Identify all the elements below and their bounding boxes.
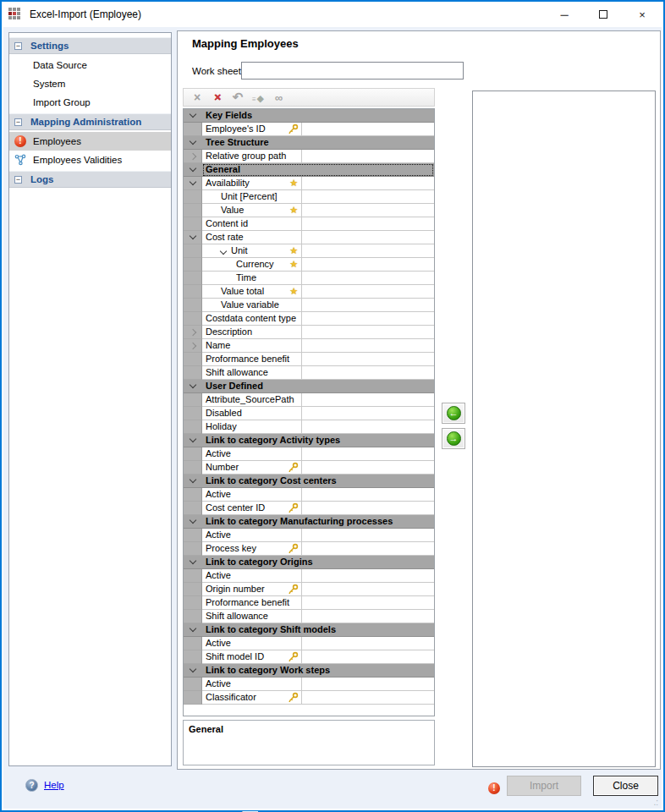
grid-section-header[interactable]: Link to category Shift models (184, 623, 434, 637)
field-value-cell[interactable] (302, 231, 434, 244)
row-expander[interactable] (184, 231, 202, 244)
collapse-icon[interactable]: − (14, 42, 22, 50)
row-expander[interactable] (184, 380, 202, 393)
sidebar-section-settings[interactable]: −Settings (9, 37, 171, 54)
sidebar-item-import-group[interactable]: Import Group (9, 93, 171, 112)
grid-section-header[interactable]: Link to category Origins (184, 556, 434, 569)
grid-row[interactable]: Value★ (184, 204, 434, 217)
row-expander[interactable] (184, 136, 202, 150)
grid-row[interactable]: Currency★ (184, 258, 434, 272)
field-value-cell[interactable] (302, 353, 434, 366)
row-expander[interactable] (184, 556, 202, 569)
grid-row[interactable]: Employee's ID (184, 123, 434, 136)
field-value-cell[interactable] (302, 393, 434, 407)
grid-row[interactable]: Unit [Percent] (184, 190, 434, 204)
grid-row[interactable]: Proformance benefit (184, 353, 434, 366)
sidebar-item-system[interactable]: System (9, 74, 171, 93)
field-value-cell[interactable] (302, 461, 434, 475)
field-value-cell[interactable] (302, 502, 434, 515)
field-value-cell[interactable] (302, 366, 434, 380)
field-value-cell[interactable] (302, 529, 434, 542)
row-expander[interactable] (184, 664, 202, 678)
grid-row[interactable]: Active (184, 569, 434, 583)
undo-icon[interactable]: ↶ (228, 90, 248, 105)
minimize-button[interactable]: ─ (545, 2, 584, 27)
grid-row[interactable]: Relative group path (184, 150, 434, 163)
chevron-right-icon[interactable] (189, 342, 195, 348)
row-expander[interactable] (184, 163, 202, 177)
chevron-down-icon[interactable] (190, 666, 196, 672)
grid-row[interactable]: Origin number (184, 583, 434, 596)
grid-section-header[interactable]: General (184, 163, 434, 177)
field-value-cell[interactable] (302, 204, 434, 217)
grid-row[interactable]: Active (184, 678, 434, 691)
grid-row[interactable]: Proformance benefit (184, 596, 434, 610)
grid-row[interactable]: Disabled (184, 407, 434, 420)
sidebar-item-employees[interactable]: !Employees (9, 132, 171, 151)
field-value-cell[interactable] (302, 407, 434, 420)
chevron-right-icon[interactable] (189, 328, 195, 335)
chevron-down-icon[interactable] (190, 111, 196, 118)
transfer-right-button[interactable]: → (442, 428, 465, 449)
chevron-down-icon[interactable] (190, 476, 196, 483)
grid-row[interactable]: Active (184, 637, 434, 650)
field-value-cell[interactable] (302, 150, 434, 163)
chevron-down-icon[interactable] (190, 138, 196, 145)
row-expander[interactable] (184, 150, 202, 163)
chevron-down-icon[interactable] (190, 165, 196, 172)
field-value-cell[interactable] (302, 610, 434, 623)
delete-all-icon[interactable]: ×× (207, 90, 228, 105)
maximize-button[interactable] (584, 2, 623, 27)
field-value-cell[interactable] (302, 190, 434, 204)
grid-section-header[interactable]: Key Fields (184, 109, 434, 123)
field-value-cell[interactable] (302, 569, 434, 583)
row-expander[interactable] (184, 177, 202, 190)
grid-section-header[interactable]: Link to category Cost centers (184, 475, 434, 488)
field-value-cell[interactable] (302, 258, 434, 272)
field-value-cell[interactable] (302, 123, 434, 136)
grid-row[interactable]: Process key (184, 542, 434, 556)
link-icon[interactable]: ∞ (268, 90, 289, 105)
sidebar-section-logs[interactable]: −Logs (9, 171, 171, 188)
grid-section-header[interactable]: User Defined (184, 380, 434, 393)
field-value-cell[interactable] (302, 596, 434, 610)
grid-section-header[interactable]: Link to category Work steps (184, 664, 434, 678)
field-value-cell[interactable] (302, 177, 434, 190)
sidebar-item-employees-validities[interactable]: Employees Validities (9, 151, 171, 169)
grid-row[interactable]: Value total★ (184, 285, 434, 299)
grid-row[interactable]: Unit★ (184, 244, 434, 258)
grid-row[interactable]: Value variable (184, 299, 434, 312)
field-value-cell[interactable] (302, 312, 434, 326)
grid-row[interactable]: Cost rate (184, 231, 434, 244)
close-button[interactable]: Close (593, 776, 658, 796)
field-value-cell[interactable] (302, 678, 434, 691)
grid-row[interactable]: Classificator (184, 691, 434, 705)
grid-row[interactable]: Time (184, 272, 434, 285)
row-expander[interactable] (184, 515, 202, 529)
field-value-cell[interactable] (302, 326, 434, 339)
row-expander[interactable] (184, 475, 202, 488)
field-value-cell[interactable] (302, 488, 434, 502)
row-expander[interactable] (184, 434, 202, 447)
grid-row[interactable]: Cost center ID (184, 502, 434, 515)
grid-section-header[interactable]: Link to category Manufacturing processes (184, 515, 434, 529)
worksheet-select[interactable] (241, 62, 464, 80)
grid-row[interactable]: Shift allowance (184, 366, 434, 380)
grid-row[interactable]: Active (184, 488, 434, 502)
close-window-button[interactable]: × (623, 2, 662, 27)
field-value-cell[interactable] (302, 217, 434, 231)
chevron-down-icon[interactable] (189, 233, 195, 239)
help-link[interactable]: Help (44, 780, 64, 790)
sidebar-item-data-source[interactable]: Data Source (9, 56, 171, 74)
transfer-left-button[interactable]: ← (442, 403, 465, 424)
grid-row[interactable]: Content id (184, 217, 434, 231)
grid-row[interactable]: Attribute_SourcePath (184, 393, 434, 407)
field-value-cell[interactable] (302, 650, 434, 664)
row-expander[interactable] (184, 109, 202, 123)
grid-row[interactable]: Costdata content type (184, 312, 434, 326)
field-value-cell[interactable] (302, 285, 434, 299)
field-value-cell[interactable] (302, 447, 434, 461)
field-value-cell[interactable] (302, 272, 434, 285)
grid-row[interactable]: Description (184, 326, 434, 339)
delete-icon[interactable]: × (187, 90, 207, 105)
